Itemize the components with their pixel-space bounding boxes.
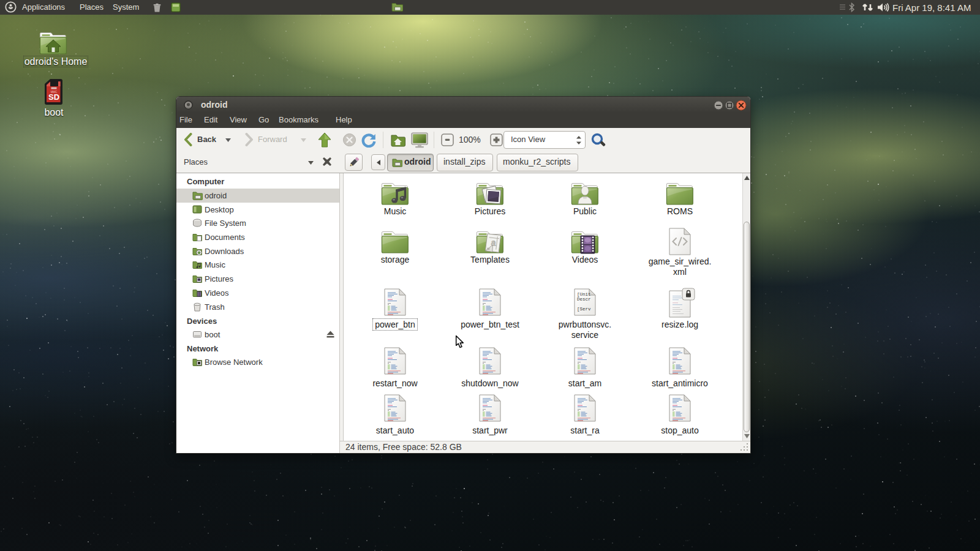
svg-text:SD: SD	[48, 92, 59, 102]
svg-text:MMC: MMC	[51, 91, 58, 94]
svg-text:Descr: Descr	[577, 297, 591, 302]
svg-text:[Unit: [Unit	[577, 292, 591, 297]
svg-text:[Serv: [Serv	[577, 307, 591, 312]
